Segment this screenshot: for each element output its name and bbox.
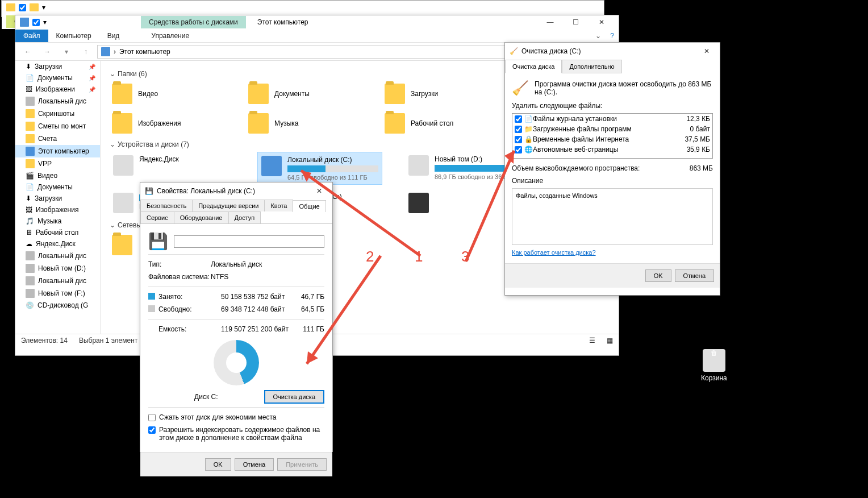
index-checkbox[interactable]: Разрешить индексировать содержимое файло… — [148, 424, 324, 444]
maximize-button[interactable]: ☐ — [563, 14, 589, 30]
drive-icon — [261, 156, 282, 176]
help-icon[interactable]: ? — [606, 30, 619, 42]
sidebar-item-this-pc[interactable]: Этот компьютер — [15, 145, 100, 157]
qat-dropdown-icon[interactable]: ▾ — [42, 3, 45, 11]
disk-cleanup-dialog: 🧹 Очистка диска (C:) ✕ Очистка диска Доп… — [504, 42, 720, 296]
help-link[interactable]: Как работает очистка диска? — [512, 249, 596, 256]
sidebar-item[interactable]: Локальный дис — [15, 250, 100, 262]
folder-item[interactable]: Музыка — [246, 111, 360, 136]
ok-button[interactable]: OK — [645, 269, 671, 282]
tab-service[interactable]: Сервис — [140, 211, 174, 223]
sidebar-item[interactable]: VPP — [15, 157, 100, 170]
sidebar-item[interactable]: ⬇Загрузки📌 — [15, 61, 100, 72]
disk-cleanup-button[interactable]: Очистка диска — [264, 390, 324, 404]
tab-file[interactable]: Файл — [15, 30, 48, 42]
sidebar-item[interactable]: 💿CD-дисковод (G — [15, 300, 100, 311]
compress-checkbox[interactable]: Сжать этот диск для экономии места — [148, 411, 324, 424]
properties-dialog: 💾 Свойства: Локальный диск (C:) ✕ Безопа… — [140, 182, 333, 452]
cleanup-item[interactable]: 🔒Временные файлы Интернета37,5 МБ — [512, 134, 712, 144]
cancel-button[interactable]: Отмена — [675, 269, 714, 282]
minimize-button[interactable]: — — [537, 14, 563, 30]
sidebar-item[interactable]: 🖥Рабочий стол — [15, 227, 100, 238]
folder-icon — [248, 84, 269, 104]
close-button[interactable]: ✕ — [698, 43, 715, 59]
status-count: Элементов: 14 — [21, 337, 68, 345]
drive-item[interactable]: Яндекс.Диск — [110, 152, 235, 185]
disk-label: Диск C: — [148, 393, 264, 401]
free-color-icon — [148, 305, 155, 312]
folder-item[interactable]: Документы — [246, 81, 360, 106]
sidebar-item[interactable]: 🖼Изображения — [15, 204, 100, 215]
contextual-tab[interactable]: Средства работы с дисками — [141, 16, 246, 28]
tab-security[interactable]: Безопасность — [140, 200, 193, 211]
nav-forward-button[interactable]: → — [39, 45, 55, 59]
drive-icon — [408, 155, 429, 176]
sidebar-item[interactable]: Локальный дис — [15, 275, 100, 287]
cleanup-item[interactable]: 📁Загруженные файлы программ0 байт — [512, 124, 712, 134]
drive-label-input[interactable] — [174, 235, 324, 248]
desc-header: Описание — [512, 177, 713, 185]
sidebar-item[interactable]: Сметы по монт — [15, 120, 100, 132]
tab-quota[interactable]: Квота — [264, 200, 293, 211]
tab-previous[interactable]: Предыдущие версии — [192, 200, 265, 211]
sidebar-item[interactable]: 📄Документы📌 — [15, 72, 100, 84]
cleanup-item[interactable]: 📄Файлы журнала установки12,3 КБ — [512, 114, 712, 124]
folder-item[interactable]: Видео — [110, 81, 223, 106]
close-button[interactable]: ✕ — [311, 183, 328, 199]
nav-up-button[interactable]: ↑ — [78, 45, 94, 59]
sidebar-item[interactable]: 📄Документы — [15, 181, 100, 193]
folder-icon — [112, 84, 132, 104]
qat-check[interactable] — [32, 19, 40, 26]
view-details-icon[interactable]: ☰ — [589, 337, 595, 345]
drive-icon: 💾 — [148, 232, 168, 251]
cleanup-intro: Программа очистки диска может освободить… — [535, 80, 713, 96]
bg-qat: ▾ — [2, 1, 604, 14]
apply-button[interactable]: Применить — [277, 458, 327, 471]
recycle-bin-icon: 🗑 — [703, 349, 725, 372]
used-color-icon — [148, 293, 155, 300]
desc-box: Файлы, созданные Windows — [512, 188, 713, 245]
sidebar-item[interactable]: Новый том (F:) — [15, 287, 100, 300]
folder-icon — [248, 113, 269, 134]
view-icons-icon[interactable]: ▦ — [607, 337, 613, 345]
sidebar-item[interactable]: Новый том (D:) — [15, 262, 100, 275]
qat-dropdown-icon[interactable]: ▾ — [43, 18, 47, 26]
nav-back-button[interactable]: ← — [20, 45, 36, 59]
drive-item-c[interactable]: Локальный диск (C:)64,5 ГБ свободно из 1… — [257, 152, 382, 185]
sidebar-item[interactable]: Счета — [15, 132, 100, 145]
pc-icon — [101, 47, 110, 56]
properties-title: Свойства: Локальный диск (C:) — [157, 187, 311, 195]
folder-item[interactable]: Изображения — [110, 111, 223, 136]
folder-item[interactable]: Загрузки — [382, 81, 496, 106]
annotation-number-3: 3 — [461, 248, 469, 265]
tab-view[interactable]: Вид — [99, 30, 128, 42]
sidebar-item[interactable]: Локальный дис — [15, 95, 100, 107]
tab-sharing[interactable]: Доступ — [228, 211, 261, 223]
close-button[interactable]: ✕ — [589, 14, 614, 30]
sidebar-item[interactable]: ⬇Загрузки — [15, 193, 100, 204]
qat-check[interactable] — [19, 4, 26, 11]
tab-hardware[interactable]: Оборудование — [174, 211, 229, 223]
tab-general[interactable]: Общие — [293, 200, 326, 212]
cleanup-item[interactable]: 🌐Автономные веб-страницы35,9 КБ — [512, 144, 712, 155]
tab-computer[interactable]: Компьютер — [48, 30, 99, 42]
folder-item[interactable]: Рабочий стол — [382, 111, 496, 136]
sidebar-item[interactable]: 🖼Изображени📌 — [15, 84, 100, 95]
ok-button[interactable]: OK — [205, 458, 231, 471]
sidebar-item[interactable]: Скриншоты — [15, 107, 100, 120]
breadcrumb[interactable]: Этот компьютер — [119, 48, 170, 56]
cancel-button[interactable]: Отмена — [235, 458, 274, 471]
sidebar-item[interactable]: 🎵Музыка — [15, 215, 100, 227]
folder-icon — [112, 235, 132, 255]
recycle-bin[interactable]: 🗑 Корзина — [701, 349, 727, 382]
nav-recent-icon[interactable]: ▾ — [59, 45, 74, 59]
drive-icon: 💾 — [145, 187, 153, 195]
properties-tabs: Безопасность Предыдущие версии Квота Общ… — [140, 200, 332, 224]
cleanup-file-list[interactable]: 📄Файлы журнала установки12,3 КБ 📁Загруже… — [512, 113, 713, 159]
tab-more[interactable]: Дополнительно — [562, 60, 621, 73]
tab-manage[interactable]: Управление — [143, 30, 197, 42]
sidebar-item[interactable]: 🎬Видео — [15, 170, 100, 181]
sidebar-item[interactable]: ☁Яндекс.Диск — [15, 238, 100, 250]
ribbon-expand-icon[interactable]: ⌄ — [591, 30, 606, 42]
tab-cleanup[interactable]: Очистка диска — [505, 60, 562, 73]
